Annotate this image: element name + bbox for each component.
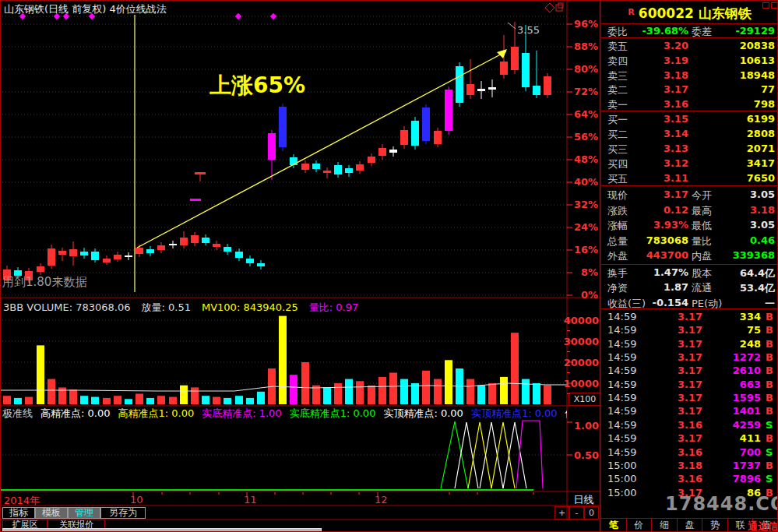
trade-row: 14:593.16700S bbox=[601, 446, 778, 461]
diamond-icon[interactable] bbox=[545, 3, 554, 12]
indicator-axis-1: 1.00 bbox=[568, 420, 599, 432]
volume-bar bbox=[356, 381, 364, 404]
date-label: 10 bbox=[130, 494, 143, 506]
period-label[interactable]: 日线 bbox=[567, 493, 600, 507]
row-label: 买四 bbox=[607, 157, 628, 171]
trade-volume: 7896 bbox=[706, 473, 761, 484]
volume-bar bbox=[422, 371, 430, 404]
trade-side: B bbox=[766, 405, 773, 417]
trade-row: 14:593.17334B bbox=[601, 311, 778, 326]
trade-price: 3.16 bbox=[632, 446, 702, 458]
horizontal-scrollbar[interactable] bbox=[2, 528, 322, 532]
trade-row: 14:593.164259S bbox=[601, 419, 778, 434]
price-mark bbox=[195, 172, 206, 174]
quote-tab-盘[interactable]: 盘 bbox=[677, 519, 702, 532]
price-peak-label: 3.55 bbox=[517, 24, 540, 36]
volume-bar bbox=[400, 379, 408, 404]
volume-header-item: 3BB VOLUME: 783068.06 bbox=[3, 301, 131, 313]
row-price: 3.13 bbox=[632, 143, 688, 154]
volume-bar bbox=[257, 392, 265, 404]
volume-bar bbox=[511, 333, 519, 404]
quote-tab-细[interactable]: 细 bbox=[651, 519, 677, 532]
quote-row[interactable]: 买四3.123417 bbox=[601, 157, 778, 172]
stock-code-name: 600022 山东钢铁 bbox=[639, 5, 752, 21]
volume-bar bbox=[246, 398, 254, 404]
candlestick bbox=[533, 86, 540, 95]
candlestick bbox=[400, 130, 408, 145]
candlestick bbox=[522, 53, 530, 87]
candlestick bbox=[378, 148, 386, 156]
volume-bar bbox=[157, 396, 165, 404]
volume-bar bbox=[522, 379, 530, 404]
volume-bar bbox=[125, 399, 132, 404]
quote-header[interactable]: R 600022 山东钢铁 bbox=[601, 1, 778, 23]
volume-bar bbox=[301, 362, 309, 404]
tab-模板[interactable]: 模板 bbox=[35, 507, 68, 519]
trade-side: B bbox=[766, 338, 773, 350]
stat-row: 净资1.87流通53.4亿 bbox=[601, 281, 778, 296]
tab-管理[interactable]: 管理 bbox=[68, 507, 100, 519]
trend-line bbox=[137, 51, 506, 248]
trade-side: S bbox=[766, 446, 773, 458]
candlestick bbox=[213, 244, 220, 247]
quote-row[interactable]: 卖四3.1910613 bbox=[601, 55, 778, 69]
indicator-header: 极准线高精准点: 0.00高精准点1: 0.00实底精准点: 1.00实底精准点… bbox=[2, 407, 567, 421]
quote-row[interactable]: 卖二3.1777 bbox=[601, 83, 778, 98]
trade-volume: 700 bbox=[706, 446, 761, 458]
quote-row[interactable]: 买三3.132071 bbox=[601, 143, 778, 157]
stat-row: 涨幅3.93%最低3.05 bbox=[601, 219, 778, 234]
trade-side: B bbox=[766, 311, 773, 322]
candlestick bbox=[356, 164, 364, 171]
volume-bar bbox=[290, 375, 297, 404]
stat-row: 现价3.17今开3.05 bbox=[601, 188, 778, 203]
quote-tab-笔[interactable]: 笔 bbox=[601, 519, 626, 532]
quote-tab-势[interactable]: 势 bbox=[702, 519, 727, 532]
trade-row: 14:593.171272B bbox=[601, 351, 778, 366]
site-watermark: 178448.COM bbox=[665, 493, 778, 515]
candlestick bbox=[268, 133, 276, 160]
candlestick bbox=[301, 164, 309, 170]
tab-指标[interactable]: 指标 bbox=[2, 507, 35, 519]
stat-row: 换手1.47%股本64.4亿 bbox=[601, 266, 778, 281]
volume-bar bbox=[544, 386, 551, 404]
quote-tab-价[interactable]: 价 bbox=[626, 519, 652, 532]
row-price: 3.17 bbox=[632, 83, 688, 95]
volume-bar bbox=[411, 383, 419, 404]
zoom-+-button[interactable]: + bbox=[554, 506, 569, 520]
trade-side: B bbox=[766, 324, 773, 336]
volume-bar bbox=[445, 360, 452, 404]
candlestick bbox=[103, 259, 111, 262]
trade-volume: 411 bbox=[706, 432, 761, 444]
indicator-param: 高精准点: 0.00 bbox=[40, 407, 110, 419]
trade-side: B bbox=[766, 365, 773, 376]
quote-row[interactable]: 买二3.142808 bbox=[601, 128, 778, 143]
volume-bar bbox=[14, 398, 22, 404]
zoom---button[interactable]: - bbox=[569, 506, 584, 520]
weibi-value: -39.68% bbox=[632, 25, 688, 37]
trade-side: B bbox=[766, 432, 773, 444]
trade-side: B bbox=[766, 379, 773, 390]
tab-另存为[interactable]: 另存为 bbox=[100, 507, 146, 519]
quote-row[interactable]: 卖五3.2020838 bbox=[601, 40, 778, 55]
percent-axis-label: 64% bbox=[565, 108, 598, 120]
trade-volume: 663 bbox=[706, 379, 761, 390]
volume-bar bbox=[169, 397, 177, 404]
row-volume: 7650 bbox=[718, 172, 775, 184]
candlestick bbox=[48, 248, 55, 266]
row-label: 卖二 bbox=[607, 83, 628, 97]
volume-unit-label: X100 bbox=[569, 393, 601, 406]
trade-price: 3.17 bbox=[632, 392, 702, 403]
trade-price: 3.18 bbox=[632, 460, 702, 471]
candlestick bbox=[257, 263, 265, 266]
row-volume: 20838 bbox=[718, 40, 775, 51]
volume-bar bbox=[235, 396, 243, 404]
candlestick bbox=[345, 168, 353, 173]
quote-row[interactable]: 买一3.156199 bbox=[601, 113, 778, 128]
vendor-logo: 通达信 bbox=[748, 520, 778, 532]
candlestick bbox=[445, 90, 452, 131]
volume-bar bbox=[345, 379, 353, 404]
row-label: 卖四 bbox=[607, 55, 628, 69]
quote-row[interactable]: 卖三3.1818948 bbox=[601, 69, 778, 84]
row-price: 3.11 bbox=[632, 172, 688, 184]
zoom-0-button[interactable]: 0 bbox=[584, 506, 599, 520]
